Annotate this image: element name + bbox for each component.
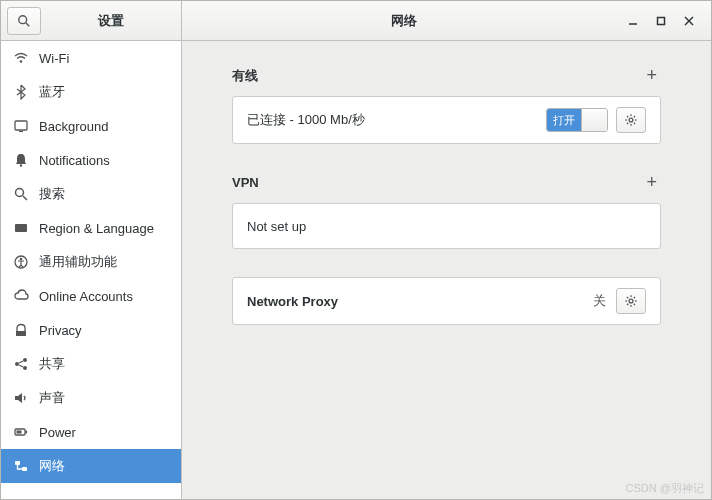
minimize-icon	[628, 16, 638, 26]
privacy-icon	[13, 322, 29, 338]
network-icon	[13, 458, 29, 474]
svg-point-34	[629, 299, 633, 303]
sidebar-item-notifications[interactable]: Notifications	[1, 143, 181, 177]
sidebar-item-label: Notifications	[39, 153, 110, 168]
wired-status: 已连接 - 1000 Mb/秒	[247, 111, 546, 129]
wired-title: 有线	[232, 67, 258, 85]
sidebar: Wi-Fi 蓝牙 Background Notifications 搜索 Reg…	[1, 41, 182, 499]
close-icon	[684, 16, 694, 26]
svg-line-31	[634, 123, 635, 124]
sidebar-item-accessibility[interactable]: 通用辅助功能	[1, 245, 181, 279]
power-icon	[13, 424, 29, 440]
svg-rect-21	[26, 431, 28, 434]
add-vpn-button[interactable]: +	[642, 172, 661, 193]
svg-line-41	[634, 297, 635, 298]
svg-point-6	[20, 60, 23, 63]
svg-point-14	[20, 258, 23, 261]
svg-line-19	[19, 365, 23, 367]
gear-icon	[624, 113, 638, 127]
region-icon	[13, 220, 29, 236]
sidebar-item-power[interactable]: Power	[1, 415, 181, 449]
settings-window: 设置 网络 Wi-Fi 蓝牙 Background	[0, 0, 712, 500]
sidebar-item-label: 蓝牙	[39, 83, 65, 101]
sidebar-item-network[interactable]: 网络	[1, 449, 181, 483]
sidebar-item-online-accounts[interactable]: Online Accounts	[1, 279, 181, 313]
svg-line-11	[23, 196, 27, 200]
minimize-button[interactable]	[625, 13, 641, 29]
proxy-status: 关	[593, 292, 606, 310]
maximize-icon	[656, 16, 666, 26]
wired-row: 已连接 - 1000 Mb/秒 打开	[233, 97, 660, 143]
gear-icon	[624, 294, 638, 308]
svg-point-16	[23, 358, 27, 362]
vpn-section-header: VPN +	[232, 172, 661, 193]
add-wired-button[interactable]: +	[642, 65, 661, 86]
sidebar-item-sharing[interactable]: 共享	[1, 347, 181, 381]
wired-panel: 已连接 - 1000 Mb/秒 打开	[232, 96, 661, 144]
sidebar-item-sound[interactable]: 声音	[1, 381, 181, 415]
sidebar-item-search[interactable]: 搜索	[1, 177, 181, 211]
svg-point-17	[23, 366, 27, 370]
titlebar-right: 网络	[182, 1, 711, 40]
svg-rect-12	[15, 224, 27, 232]
share-icon	[13, 356, 29, 372]
sidebar-item-wifi[interactable]: Wi-Fi	[1, 41, 181, 75]
sidebar-item-label: Online Accounts	[39, 289, 133, 304]
cloud-icon	[13, 288, 29, 304]
sidebar-item-label: 通用辅助功能	[39, 253, 117, 271]
vpn-status: Not set up	[247, 219, 646, 234]
search-icon	[17, 14, 31, 28]
search-button[interactable]	[7, 7, 41, 35]
proxy-label: Network Proxy	[247, 294, 593, 309]
proxy-panel: Network Proxy 关	[232, 277, 661, 325]
window-body: Wi-Fi 蓝牙 Background Notifications 搜索 Reg…	[1, 41, 711, 499]
sidebar-item-label: Privacy	[39, 323, 82, 338]
background-icon	[13, 118, 29, 134]
svg-rect-3	[658, 17, 665, 24]
watermark: CSDN @羽神记	[626, 481, 704, 496]
svg-rect-22	[17, 431, 22, 434]
window-controls	[625, 13, 711, 29]
proxy-settings-button[interactable]	[616, 288, 646, 314]
svg-rect-8	[19, 131, 23, 132]
wired-settings-button[interactable]	[616, 107, 646, 133]
bluetooth-icon	[13, 84, 29, 100]
sidebar-item-label: Region & Language	[39, 221, 154, 236]
svg-point-25	[629, 118, 633, 122]
speaker-icon	[13, 390, 29, 406]
maximize-button[interactable]	[653, 13, 669, 29]
wired-section-header: 有线 +	[232, 65, 661, 86]
sidebar-item-background[interactable]: Background	[1, 109, 181, 143]
sidebar-item-label: 声音	[39, 389, 65, 407]
svg-line-33	[627, 123, 628, 124]
svg-point-9	[20, 164, 22, 166]
wired-toggle[interactable]: 打开	[546, 108, 608, 132]
titlebar-left: 设置	[1, 1, 182, 40]
svg-line-39	[627, 297, 628, 298]
svg-line-1	[26, 22, 30, 26]
svg-line-18	[19, 361, 23, 363]
content-area: 有线 + 已连接 - 1000 Mb/秒 打开 VPN +	[182, 41, 711, 499]
svg-line-30	[627, 116, 628, 117]
sidebar-item-privacy[interactable]: Privacy	[1, 313, 181, 347]
svg-rect-24	[22, 467, 27, 471]
sidebar-item-label: Power	[39, 425, 76, 440]
sidebar-item-label: Wi-Fi	[39, 51, 69, 66]
proxy-row[interactable]: Network Proxy 关	[233, 278, 660, 324]
vpn-row: Not set up	[233, 204, 660, 248]
page-title: 网络	[182, 12, 625, 30]
sidebar-item-label: Background	[39, 119, 108, 134]
svg-point-0	[19, 15, 27, 23]
titlebar: 设置 网络	[1, 1, 711, 41]
toggle-on-label: 打开	[547, 109, 581, 131]
sidebar-item-region[interactable]: Region & Language	[1, 211, 181, 245]
accessibility-icon	[13, 254, 29, 270]
search-icon	[13, 186, 29, 202]
sidebar-title: 设置	[41, 12, 181, 30]
sidebar-item-bluetooth[interactable]: 蓝牙	[1, 75, 181, 109]
vpn-panel: Not set up	[232, 203, 661, 249]
svg-point-15	[15, 362, 19, 366]
sidebar-item-label: 搜索	[39, 185, 65, 203]
close-button[interactable]	[681, 13, 697, 29]
svg-point-10	[16, 189, 24, 197]
